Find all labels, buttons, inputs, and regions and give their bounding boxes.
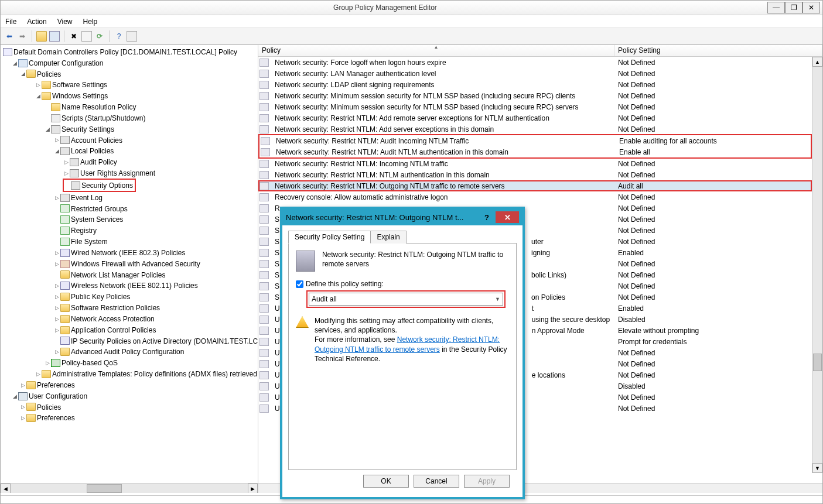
tree-admin-templates[interactable]: ▷Administrative Templates: Policy defini… bbox=[2, 368, 257, 379]
table-row[interactable]: Network security: Restrict NTLM: Outgoin… bbox=[258, 180, 812, 191]
policy-row-icon bbox=[259, 238, 269, 246]
tree-software-settings[interactable]: ▷Software Settings bbox=[2, 79, 257, 90]
tree-qos[interactable]: ▷Policy-based QoS bbox=[2, 357, 257, 368]
scroll-right-icon[interactable]: ▶ bbox=[248, 484, 258, 493]
policy-row-icon bbox=[259, 204, 269, 212]
policy-row-icon bbox=[259, 393, 269, 402]
tree-preferences[interactable]: ▷Preferences bbox=[2, 379, 257, 390]
column-setting[interactable]: Policy Setting bbox=[614, 45, 822, 56]
tree-security-options[interactable]: Security Options bbox=[2, 179, 257, 192]
scroll-down-icon[interactable]: ▼ bbox=[812, 463, 822, 473]
tab-security-policy-setting[interactable]: Security Policy Setting bbox=[288, 231, 371, 244]
apply-button[interactable]: Apply bbox=[464, 475, 510, 488]
table-row[interactable]: Network security: Minimum session securi… bbox=[258, 101, 812, 112]
up-folder-icon[interactable] bbox=[36, 31, 47, 42]
dialog-help-button[interactable]: ? bbox=[478, 211, 496, 223]
dialog-tabs: Security Policy Setting Explain bbox=[288, 230, 517, 244]
scroll-thumb[interactable] bbox=[87, 484, 122, 493]
table-row[interactable]: Network security: Restrict NTLM: Add ser… bbox=[258, 124, 812, 135]
menu-action[interactable]: Action bbox=[27, 18, 46, 26]
back-icon[interactable]: ⬅ bbox=[4, 31, 15, 42]
tree-restricted-groups[interactable]: Restricted Groups bbox=[2, 203, 257, 214]
menu-view[interactable]: View bbox=[57, 18, 73, 26]
dialog-close-button[interactable]: ✕ bbox=[496, 211, 519, 223]
tree-user-preferences[interactable]: ▷Preferences bbox=[2, 412, 257, 423]
table-row[interactable]: Network security: Force logoff when logo… bbox=[258, 57, 812, 68]
tree-wired-network[interactable]: ▷Wired Network (IEEE 802.3) Policies bbox=[2, 247, 257, 258]
registry-icon bbox=[60, 227, 70, 235]
tree-scripts[interactable]: Scripts (Startup/Shutdown) bbox=[2, 112, 257, 124]
tree-nap[interactable]: ▷Network Access Protection bbox=[2, 313, 257, 324]
table-row[interactable]: Network security: Restrict NTLM: Audit I… bbox=[259, 135, 811, 146]
folder-icon bbox=[26, 414, 36, 422]
export-icon[interactable] bbox=[127, 31, 137, 42]
tree-public-key[interactable]: ▷Public Key Policies bbox=[2, 291, 257, 302]
table-row[interactable]: Network security: Restrict NTLM: NTLM au… bbox=[258, 169, 812, 180]
tree-firewall[interactable]: ▷Windows Firewall with Advanced Security bbox=[2, 258, 257, 269]
tree-user-rights[interactable]: ▷User Rights Assignment bbox=[2, 167, 257, 179]
tree-network-list[interactable]: Network List Manager Policies bbox=[2, 269, 257, 280]
tab-explain[interactable]: Explain bbox=[370, 231, 406, 244]
tree-root[interactable]: Default Domain Controllers Policy [DC1.D… bbox=[2, 46, 257, 57]
table-row[interactable]: Network security: Minimum session securi… bbox=[258, 90, 812, 101]
tree-h-scrollbar[interactable]: ◀ ▶ bbox=[1, 483, 258, 493]
setting-cell: Not Defined bbox=[614, 81, 812, 89]
tree-file-system[interactable]: File System bbox=[2, 236, 257, 247]
tree-account-policies[interactable]: ▷Account Policies bbox=[2, 135, 257, 146]
policy-row-icon bbox=[259, 338, 269, 346]
tree-app-control[interactable]: ▷Application Control Policies bbox=[2, 324, 257, 335]
scroll-left-icon[interactable]: ◀ bbox=[1, 484, 11, 493]
table-row[interactable]: Recovery console: Allow automatic admini… bbox=[258, 191, 812, 203]
tree-system-services[interactable]: System Services bbox=[2, 214, 257, 225]
folder-icon bbox=[60, 348, 70, 356]
tree-name-resolution[interactable]: Name Resolution Policy bbox=[2, 101, 257, 112]
tree-ipsec[interactable]: IP Security Policies on Active Directory… bbox=[2, 335, 257, 347]
list-v-scrollbar[interactable]: ▲ ▼ bbox=[812, 57, 822, 473]
maximize-button[interactable]: ❐ bbox=[785, 2, 802, 13]
table-row[interactable]: Network security: LAN Manager authentica… bbox=[258, 68, 812, 79]
tree-security-settings[interactable]: ◢Security Settings bbox=[2, 124, 257, 135]
menu-file[interactable]: File bbox=[5, 18, 16, 26]
tab-content: Network security: Restrict NTLM: Outgoin… bbox=[288, 244, 517, 470]
scroll-track[interactable] bbox=[11, 484, 248, 493]
tree-user-config[interactable]: ◢User Configuration bbox=[2, 390, 257, 402]
tree-event-log[interactable]: ▷Event Log bbox=[2, 192, 257, 203]
tree-computer-config[interactable]: ◢Computer Configuration bbox=[2, 57, 257, 68]
define-policy-checkbox[interactable] bbox=[296, 280, 303, 288]
ok-button[interactable]: OK bbox=[363, 475, 409, 488]
refresh-icon[interactable]: ⟳ bbox=[94, 31, 105, 42]
table-row[interactable]: Network security: Restrict NTLM: Audit N… bbox=[259, 146, 811, 157]
tree-software-restriction[interactable]: ▷Software Restriction Policies bbox=[2, 302, 257, 313]
scroll-track[interactable] bbox=[812, 67, 822, 463]
scroll-up-icon[interactable]: ▲ bbox=[812, 57, 822, 67]
tree-user-policies[interactable]: ▷Policies bbox=[2, 402, 257, 413]
help-icon[interactable]: ? bbox=[114, 31, 124, 42]
tree-policies[interactable]: ◢Policies bbox=[2, 68, 257, 80]
tree-pane[interactable]: Default Domain Controllers Policy [DC1.D… bbox=[1, 45, 258, 493]
tree-wireless[interactable]: ▷Wireless Network (IEEE 802.11) Policies bbox=[2, 280, 257, 291]
column-policy[interactable]: Policy▲ bbox=[258, 45, 614, 56]
table-row[interactable]: Network security: Restrict NTLM: Incomin… bbox=[258, 158, 812, 169]
menu-help[interactable]: Help bbox=[83, 18, 98, 26]
tree-registry[interactable]: Registry bbox=[2, 225, 257, 236]
minimize-button[interactable]: — bbox=[767, 2, 785, 13]
forward-icon[interactable]: ➡ bbox=[17, 31, 28, 42]
warning-text: Modifying this setting may affect compat… bbox=[315, 316, 509, 364]
setting-cell: Not Defined bbox=[614, 293, 812, 301]
tree-audit-policy[interactable]: ▷Audit Policy bbox=[2, 156, 257, 167]
close-button[interactable]: ✕ bbox=[802, 2, 820, 13]
table-row[interactable]: Network security: LDAP client signing re… bbox=[258, 79, 812, 90]
folder-icon bbox=[26, 70, 36, 78]
policy-value-combo[interactable]: Audit all ▼ bbox=[309, 293, 503, 306]
cancel-button[interactable]: Cancel bbox=[414, 475, 459, 488]
setting-cell: Not Defined bbox=[614, 193, 812, 201]
show-hide-icon[interactable] bbox=[49, 31, 60, 42]
tree-windows-settings[interactable]: ◢Windows Settings bbox=[2, 90, 257, 101]
properties-icon[interactable] bbox=[81, 31, 92, 42]
table-row[interactable]: Network security: Restrict NTLM: Add rem… bbox=[258, 112, 812, 124]
tree-local-policies[interactable]: ◢Local Policies bbox=[2, 145, 257, 156]
tree-advanced-audit[interactable]: ▷Advanced Audit Policy Configuration bbox=[2, 346, 257, 357]
scroll-thumb[interactable] bbox=[813, 354, 822, 371]
delete-icon[interactable]: ✖ bbox=[69, 31, 79, 42]
separator bbox=[32, 30, 32, 42]
